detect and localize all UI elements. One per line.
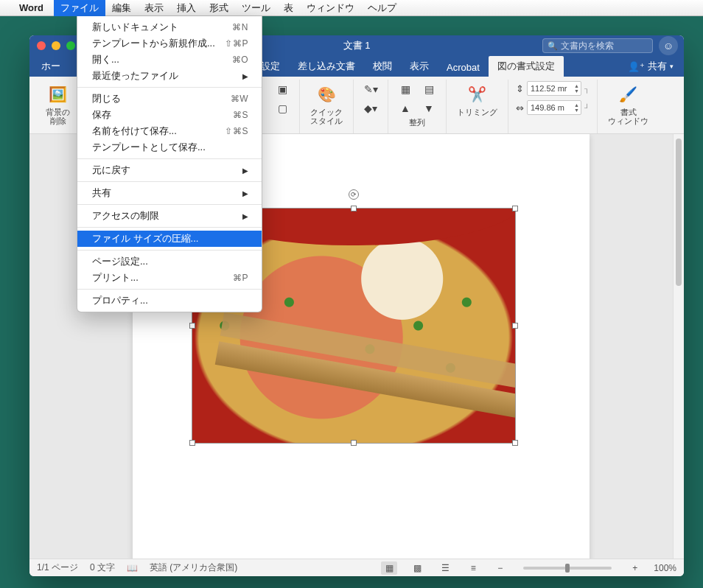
menu-item-新しいドキュメント[interactable]: 新しいドキュメント⌘N: [77, 19, 262, 35]
menu-item-共有[interactable]: 共有▶: [77, 185, 262, 201]
zoom-value[interactable]: 100%: [654, 563, 676, 573]
app-name[interactable]: Word: [15, 2, 48, 13]
wrap-button[interactable]: ▤: [419, 81, 438, 97]
menu-item-名前を付けて保存[interactable]: 名前を付けて保存...⇧⌘S: [77, 123, 262, 139]
zoom-slider-thumb[interactable]: [565, 564, 570, 573]
menu-view[interactable]: 表示: [138, 0, 170, 16]
height-input[interactable]: 112.52 mr ▲▼: [527, 81, 581, 96]
resize-handle-tr[interactable]: [512, 206, 518, 211]
share-icon: 👤⁺: [628, 61, 645, 72]
vertical-scrollbar[interactable]: [673, 134, 684, 559]
user-avatar[interactable]: ☺: [659, 36, 678, 55]
menu-item-元に戻す[interactable]: 元に戻す▶: [77, 162, 262, 178]
menu-item-label: プリント...: [92, 271, 233, 284]
menu-insert[interactable]: 挿入: [170, 0, 203, 16]
menu-item-shortcut: ⌘S: [233, 110, 248, 120]
menu-item-label: アクセスの制限: [92, 209, 242, 223]
menu-item-ページ設定[interactable]: ページ設定...: [77, 253, 262, 270]
menu-item-アクセスの制限[interactable]: アクセスの制限▶: [77, 208, 262, 224]
position-button[interactable]: ▦: [396, 81, 415, 97]
menu-file[interactable]: ファイル: [54, 0, 105, 16]
remove-bg-label: 背景の 削除: [46, 108, 70, 125]
menu-item-プリント[interactable]: プリント...⌘P: [77, 270, 262, 286]
zoom-in-button[interactable]: +: [628, 563, 642, 573]
height-stepper[interactable]: ▲▼: [574, 83, 579, 94]
menu-item-label: 開く...: [92, 53, 232, 66]
quick-styles-label: クイック スタイル: [310, 108, 343, 125]
view-draft[interactable]: ≡: [465, 561, 481, 575]
height-value: 112.52 mr: [531, 84, 573, 93]
tab-picture-format[interactable]: 図の書式設定: [489, 56, 564, 77]
menu-format[interactable]: 形式: [203, 0, 235, 16]
minimize-button[interactable]: [52, 41, 60, 50]
width-value: 149.86 m: [531, 103, 573, 112]
rotate-handle[interactable]: ⟳: [349, 189, 359, 200]
scrollbar-thumb[interactable]: [676, 139, 682, 286]
remove-background-button[interactable]: 🖼️ 背景の 削除: [43, 81, 73, 127]
menu-item-ファイルサイズの圧縮[interactable]: ファイル サイズの圧縮...: [77, 231, 262, 247]
chevron-down-icon: ▾: [670, 63, 674, 70]
forward-button[interactable]: ▲: [396, 100, 415, 116]
lock-indicator-top: ┐: [584, 85, 590, 93]
quick-styles-button[interactable]: 🎨 クイック スタイル: [307, 81, 346, 127]
zoom-out-button[interactable]: −: [493, 563, 507, 573]
status-language[interactable]: 英語 (アメリカ合衆国): [150, 561, 237, 574]
resize-handle-bl[interactable]: [189, 440, 195, 446]
menu-item-shortcut: ⌘O: [232, 55, 248, 65]
menu-item-最近使ったファイル[interactable]: 最近使ったファイル▶: [77, 68, 262, 84]
file-dropdown: 新しいドキュメント⌘Nテンプレートから新規作成...⇧⌘P開く...⌘O最近使っ…: [77, 16, 262, 312]
close-button[interactable]: [37, 41, 46, 50]
menu-item-label: 閉じる: [92, 92, 231, 105]
group-crop: ✂️ トリミング: [447, 80, 508, 133]
crop-icon: ✂️: [466, 83, 489, 106]
view-print-layout[interactable]: ▦: [381, 561, 397, 575]
corrections-button[interactable]: ▣: [273, 81, 292, 97]
tab-home[interactable]: ホー: [32, 56, 69, 77]
menu-window[interactable]: ウィンドウ: [300, 0, 361, 16]
zoom-slider[interactable]: [523, 567, 612, 570]
submenu-arrow-icon: ▶: [242, 167, 248, 175]
menu-item-テンプレートとして保存[interactable]: テンプレートとして保存...: [77, 139, 262, 155]
backward-button[interactable]: ▼: [419, 100, 438, 116]
crop-button[interactable]: ✂️ トリミング: [454, 81, 500, 118]
format-pane-icon: 🖌️: [617, 83, 640, 106]
tab-mailings[interactable]: 差し込み文書: [289, 56, 364, 77]
view-outline[interactable]: ☰: [437, 561, 453, 575]
zoom-button[interactable]: [66, 41, 75, 50]
crop-label: トリミング: [457, 108, 497, 116]
view-web-layout[interactable]: ▩: [409, 561, 425, 575]
width-stepper[interactable]: ▲▼: [574, 102, 579, 113]
menu-item-開く[interactable]: 開く...⌘O: [77, 52, 262, 68]
menu-item-プロパティ[interactable]: プロパティ...: [77, 293, 262, 309]
menu-edit[interactable]: 編集: [105, 0, 138, 16]
resize-handle-l[interactable]: [189, 323, 195, 329]
tab-view[interactable]: 表示: [401, 56, 438, 77]
tab-acrobat[interactable]: Acrobat: [438, 58, 489, 77]
menu-tools[interactable]: ツール: [235, 0, 277, 16]
tab-review[interactable]: 校閲: [364, 56, 401, 77]
search-box[interactable]: 🔍 文書内を検索: [542, 38, 653, 53]
width-input[interactable]: 149.86 m ▲▼: [527, 100, 581, 115]
menu-item-閉じる[interactable]: 閉じる⌘W: [77, 91, 262, 107]
resize-handle-r[interactable]: [512, 323, 518, 329]
remove-bg-icon: 🖼️: [46, 83, 70, 106]
menu-item-label: 名前を付けて保存...: [92, 125, 225, 138]
border-button[interactable]: ✎▾: [361, 81, 380, 97]
menu-item-保存[interactable]: 保存⌘S: [77, 107, 262, 123]
resize-handle-t[interactable]: [351, 206, 357, 211]
resize-handle-br[interactable]: [512, 440, 518, 446]
artistic-button[interactable]: ▢: [273, 100, 292, 116]
format-pane-button[interactable]: 🖌️ 書式 ウィンドウ: [605, 81, 651, 127]
menu-table[interactable]: 表: [277, 0, 300, 16]
status-words[interactable]: 0 文字: [90, 561, 115, 574]
status-page[interactable]: 1/1 ページ: [37, 561, 78, 574]
resize-handle-b[interactable]: [351, 440, 357, 446]
format-pane-label: 書式 ウィンドウ: [608, 108, 648, 125]
menu-item-label: 最近使ったファイル: [92, 69, 242, 83]
menu-item-テンプレートから新規作成[interactable]: テンプレートから新規作成...⇧⌘P: [77, 35, 262, 52]
effects-button[interactable]: ◆▾: [361, 100, 380, 116]
menu-item-shortcut: ⌘N: [232, 22, 248, 32]
spellcheck-icon[interactable]: 📖: [127, 563, 138, 573]
menu-help[interactable]: ヘルプ: [361, 0, 403, 16]
share-button[interactable]: 👤⁺ 共有 ▾: [618, 56, 684, 77]
